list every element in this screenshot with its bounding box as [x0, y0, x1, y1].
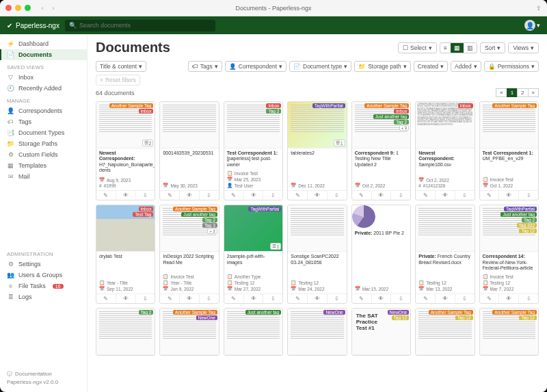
document-card[interactable]: Another Sample TagTest Correspondent 1: … [479, 101, 539, 200]
document-card[interactable]: InboxTag 2Test Correspondent 1: [paperle… [224, 101, 283, 200]
page-next[interactable]: » [528, 88, 539, 97]
tag-pill[interactable]: Inbox [458, 103, 473, 108]
document-card[interactable]: Just another tag [224, 308, 283, 356]
search-box[interactable]: 🔍 [65, 20, 215, 31]
reset-filters[interactable]: ×Reset filters [96, 75, 140, 86]
tag-pill[interactable]: Inbox [266, 103, 281, 108]
view-button[interactable]: 👁 [116, 294, 136, 303]
download-button[interactable]: ⇩ [455, 294, 475, 303]
download-button[interactable]: ⇩ [328, 294, 347, 303]
tag-more[interactable]: + 3 [399, 125, 410, 131]
sidebar-item-correspondents[interactable]: 👤Correspondents [0, 105, 87, 116]
card-title[interactable]: Private: 2011 BP Pie 2 [355, 231, 408, 236]
document-card[interactable]: Private: 2011 BP Pie 2📅Mar 15, 2022✎👁⇩ [351, 205, 411, 304]
view-button[interactable]: 👁 [436, 294, 455, 303]
tag-pill[interactable]: Tag 12 [392, 315, 410, 320]
tag-pill[interactable]: Just another tag [181, 212, 217, 217]
sidebar-item-custom-fields[interactable]: ⚙Custom Fields [0, 149, 87, 160]
document-thumbnail[interactable]: Another Sample TagInbox☰2 [96, 102, 155, 148]
brand[interactable]: ✔ Paperless-ngx [7, 22, 59, 29]
tag-pill[interactable]: Tag 12 [519, 315, 537, 320]
sidebar-item-templates[interactable]: ▦Templates [0, 160, 87, 171]
document-thumbnail[interactable]: Another Sample TagJust another tagTag 2T… [160, 205, 218, 252]
tag-pill[interactable]: Just another tag [245, 310, 282, 315]
view-grid-large[interactable]: ▥ [464, 43, 477, 53]
view-button[interactable]: 👁 [499, 191, 519, 200]
document-card[interactable]: Another Sample TagTag 12 [479, 308, 539, 356]
sidebar-item-mail[interactable]: ✉Mail [0, 171, 87, 182]
tag-pill[interactable]: Another Sample Tag [173, 310, 217, 315]
sidebar-item-document-types[interactable]: 📑Document Types [0, 127, 87, 138]
document-thumbnail[interactable] [352, 205, 375, 228]
download-button[interactable]: ⇩ [200, 191, 219, 200]
page-prev[interactable]: « [496, 88, 507, 97]
tag-pill[interactable]: Just another tag [373, 114, 410, 119]
nav-back[interactable]: ‹ [38, 5, 47, 12]
download-button[interactable]: ⇩ [136, 294, 155, 303]
sidebar-item-users-groups[interactable]: 👥Users & Groups [0, 270, 87, 280]
document-thumbnail[interactable]: Another Sample Tag [480, 102, 538, 148]
document-thumbnail[interactable]: TagWithPartial☰1 [224, 205, 282, 252]
tag-pill[interactable]: TagWithPartial [248, 207, 281, 211]
share-icon[interactable]: ⇪ [536, 5, 542, 12]
page-2[interactable]: 2 [517, 88, 528, 97]
tag-pill[interactable]: TagWithPartial [504, 207, 537, 211]
document-card[interactable]: The SATPracticeTest #1NewOneTag 12 [351, 308, 411, 356]
document-thumbnail[interactable]: Tag 2 [96, 309, 155, 355]
search-input[interactable] [79, 22, 211, 29]
filter-doctype[interactable]: 📄Document type▾ [289, 61, 351, 72]
filter-permissions[interactable]: 🔒Permissions▾ [484, 61, 539, 72]
view-button[interactable]: 👁 [244, 191, 264, 200]
edit-button[interactable]: ✎ [96, 294, 116, 303]
download-button[interactable]: ⇩ [136, 191, 155, 200]
document-card[interactable]: Tag 2 [96, 308, 155, 356]
tag-pill[interactable]: Tag 3 [202, 223, 217, 228]
card-title[interactable]: Correspondent 14: Review-of-New-York-Fed… [483, 254, 535, 271]
document-thumbnail[interactable]: TagWithPartial☰1 [288, 102, 346, 148]
tag-pill[interactable]: Another Sample Tag [173, 207, 217, 211]
document-card[interactable]: Another Sample TagInboxJust another tagT… [351, 101, 411, 200]
tag-pill[interactable]: Tag 12 [519, 228, 537, 233]
document-thumbnail[interactable]: The SATPracticeTest #1NewOneTag 12 [352, 309, 410, 355]
tag-pill[interactable]: NewOne [388, 310, 409, 315]
card-title[interactable]: Newest Correspondent: Sample100.csv [418, 151, 471, 168]
sidebar-item-logs[interactable]: ≣Logs [0, 291, 87, 302]
card-title[interactable]: 0001483539_20230531 [163, 151, 215, 156]
sidebar-item-dashboard[interactable]: ⚡Dashboard [0, 38, 87, 49]
select-button[interactable]: ☐Select▾ [398, 42, 437, 53]
filter-storage[interactable]: 📁Storage path▾ [354, 61, 411, 72]
tag-pill[interactable]: Tag 2 [522, 218, 537, 222]
edit-button[interactable]: ✎ [416, 294, 436, 303]
sidebar-item-file-tasks[interactable]: ≡File Tasks16 [0, 280, 87, 291]
tag-pill[interactable]: NewOne [323, 310, 345, 315]
tag-pill[interactable]: Inbox [139, 109, 154, 114]
document-card[interactable]: Another Sample TagNewOne [159, 308, 219, 356]
card-title[interactable]: Test Correspondent 1: UM_PFBE_en_v29 [483, 151, 535, 162]
document-thumbnail[interactable]: Another Sample TagNewOne [160, 309, 218, 355]
document-thumbnail[interactable] [416, 205, 474, 252]
document-card[interactable]: Private: French Country Bread Revised.do… [415, 205, 475, 304]
maximize-window[interactable] [25, 5, 31, 11]
document-thumbnail[interactable]: Another Sample TagTag 12 [416, 309, 474, 355]
view-details[interactable]: ≡ [440, 43, 451, 53]
edit-button[interactable]: ✎ [416, 191, 436, 200]
view-button[interactable]: 👁 [244, 294, 264, 303]
filter-field-dropdown[interactable]: Title & content▾ [96, 61, 146, 72]
tag-pill[interactable]: Another Sample Tag [109, 103, 154, 108]
document-card[interactable]: TagWithPartial☰12sample-pdf-with-images📋… [224, 205, 283, 304]
tag-pill[interactable]: Tag 12 [455, 315, 473, 320]
card-title[interactable]: Private: French Country Bread Revised.do… [418, 254, 471, 265]
tag-pill[interactable]: Another Sample Tag [364, 103, 409, 108]
filter-added[interactable]: Added▾ [451, 61, 481, 72]
document-card[interactable]: NewOne [287, 308, 347, 356]
sidebar-item-settings[interactable]: ⚙Settings [0, 259, 87, 270]
document-card[interactable]: LOREMIPSUMDOLORSITAMETCONSECTETURADIPISC… [415, 101, 475, 200]
document-thumbnail[interactable]: InboxTest Tag [96, 205, 155, 252]
view-button[interactable]: 👁 [180, 191, 200, 200]
document-thumbnail[interactable]: NewOne [288, 309, 346, 355]
sidebar-item-inbox[interactable]: ▽Inbox [0, 72, 87, 83]
user-menu[interactable]: 👤 ▾ [524, 20, 540, 31]
documentation-link[interactable]: ⓘDocumentation [7, 370, 80, 378]
view-button[interactable]: 👁 [372, 191, 392, 200]
edit-button[interactable]: ✎ [352, 294, 372, 303]
